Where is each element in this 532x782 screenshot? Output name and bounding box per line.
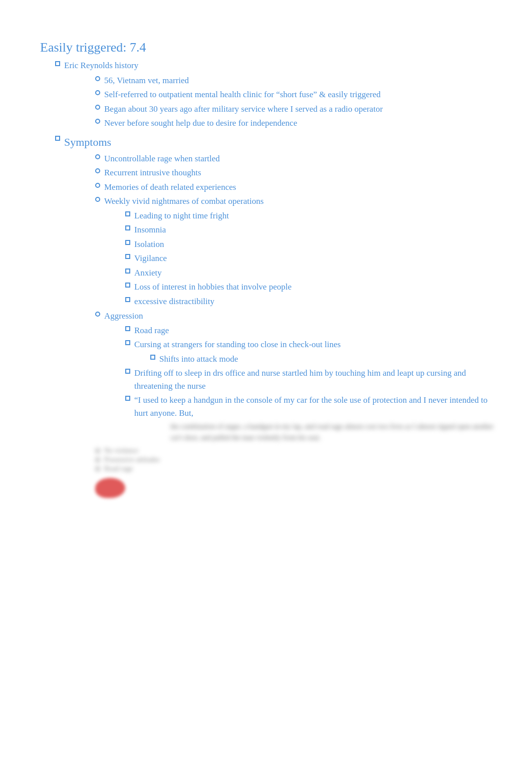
blurred-item-1: No violence (95, 447, 502, 455)
bullet-icon-s1 (55, 61, 60, 66)
bullet-sq-icon (125, 340, 130, 345)
page-title: Easily triggered: 7.4 (40, 40, 502, 55)
bullet-sq-icon (150, 355, 155, 360)
list-item: excessive distractibility (125, 295, 502, 308)
section1-header: Eric Reynolds history 56, Vietnam vet, m… (55, 59, 502, 130)
blurred-text-block: the combination of anger, a handgun in m… (170, 421, 502, 444)
bullet-icon-s2 (55, 136, 60, 141)
bullet-o-icon (95, 183, 100, 188)
bullet-o-icon (95, 105, 100, 110)
bullet-o-icon (95, 197, 100, 202)
symptom-3: Memories of death related experiences (104, 181, 236, 194)
list-item: Leading to night time fright (125, 209, 502, 222)
section2-label: Symptoms (64, 134, 111, 150)
list-item: Loss of interest in hobbies that involve… (125, 281, 502, 294)
nightmare-sub-6: excessive distractibility (134, 295, 214, 308)
bullet-o-icon (95, 312, 100, 317)
shifts-attack: Shifts into attack mode (159, 353, 238, 366)
list-item: Isolation (125, 238, 502, 251)
history-item-2: Self-referred to outpatient mental healt… (104, 88, 381, 101)
nightmare-sub-5: Loss of interest in hobbies that involve… (134, 281, 292, 294)
bullet-sq-icon (125, 326, 130, 331)
list-item: Aggression (95, 310, 502, 323)
bullet-o-icon (95, 76, 100, 81)
blurred-item-3: Road rage (95, 465, 502, 473)
bullet-sq-icon (125, 225, 130, 230)
bullet-sq-icon (125, 254, 130, 259)
list-item: Recurrent intrusive thoughts (95, 166, 502, 179)
nightmare-sub-1: Insomnia (134, 223, 166, 236)
aggression-sub-1: Cursing at strangers for standing too cl… (134, 338, 341, 351)
aggression-sub-3: “I used to keep a handgun in the console… (134, 394, 502, 419)
list-item: “I used to keep a handgun in the console… (125, 394, 502, 419)
list-item: Uncontrollable rage when startled (95, 152, 502, 165)
nightmare-sub-0: Leading to night time fright (134, 209, 229, 222)
history-item-1: 56, Vietnam vet, married (104, 74, 189, 87)
bullet-o-icon (95, 119, 100, 124)
list-item: Vigilance (125, 252, 502, 265)
list-item: Self-referred to outpatient mental healt… (95, 88, 502, 101)
bullet-sq-icon (125, 369, 130, 374)
bullet-sq-icon (125, 211, 130, 216)
red-blob-decoration (95, 478, 125, 498)
nightmare-sub-3: Vigilance (134, 252, 167, 265)
blurred-item-2: Possessive attitudes (95, 456, 502, 464)
bullet-o-icon (95, 90, 100, 95)
bullet-sq-icon (125, 297, 130, 302)
history-item-3: Began about 30 years ago after military … (104, 103, 383, 116)
symptom-1: Uncontrollable rage when startled (104, 152, 220, 165)
list-item: Weekly vivid nightmares of combat operat… (95, 195, 502, 208)
history-item-4: Never before sought help due to desire f… (104, 117, 297, 130)
bullet-o-icon (95, 154, 100, 159)
aggression-sub-2: Drifting off to sleep in drs office and … (134, 367, 502, 392)
list-item: Shifts into attack mode (150, 353, 502, 366)
bullet-o-icon (95, 168, 100, 173)
nightmare-sub-4: Anxiety (134, 267, 162, 280)
nightmare-sub-2: Isolation (134, 238, 164, 251)
section2-header: Symptoms Uncontrollable rage when startl… (55, 134, 502, 498)
bullet-sq-icon (125, 283, 130, 288)
list-item: Never before sought help due to desire f… (95, 117, 502, 130)
list-item: Drifting off to sleep in drs office and … (125, 367, 502, 392)
list-item: Cursing at strangers for standing too cl… (125, 338, 502, 351)
aggression-label: Aggression (104, 310, 143, 323)
list-item: 56, Vietnam vet, married (95, 74, 502, 87)
list-item: Insomnia (125, 223, 502, 236)
symptom-2: Recurrent intrusive thoughts (104, 166, 201, 179)
weekly-nightmare: Weekly vivid nightmares of combat operat… (104, 195, 263, 208)
list-item: Road rage (125, 324, 502, 337)
aggression-sub-0: Road rage (134, 324, 169, 337)
list-item: Anxiety (125, 267, 502, 280)
list-item: Began about 30 years ago after military … (95, 103, 502, 116)
bullet-sq-icon (125, 269, 130, 274)
section1-label: Eric Reynolds history (64, 59, 138, 72)
bullet-sq-icon (125, 240, 130, 245)
list-item: Memories of death related experiences (95, 181, 502, 194)
bullet-sq-icon (125, 396, 130, 401)
